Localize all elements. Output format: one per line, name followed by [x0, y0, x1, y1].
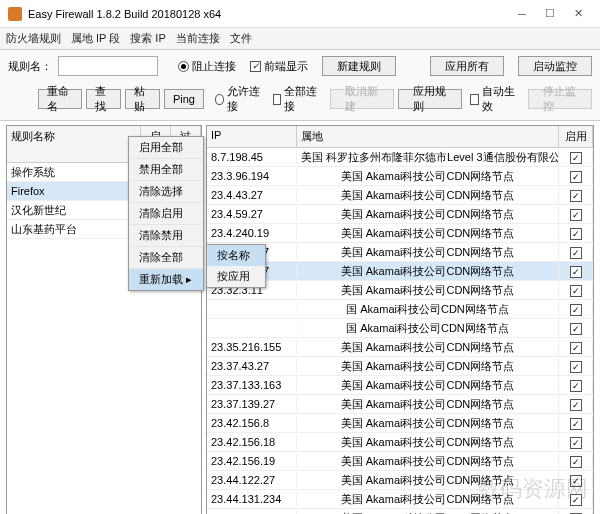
close-button[interactable]: ✕ — [564, 4, 592, 24]
ctx-item[interactable]: 重新加载 ▸ — [129, 269, 203, 290]
col-location[interactable]: 属地 — [297, 126, 559, 147]
ip-cell: 23.44.131.234 — [207, 492, 297, 506]
rename-button[interactable]: 重命名 — [38, 89, 82, 109]
menu-file[interactable]: 文件 — [230, 31, 252, 46]
loc-cell: 美国 Akamai科技公司CDN网络节点 — [297, 510, 559, 515]
ip-enabled-cell[interactable] — [559, 264, 593, 279]
col-rule-name[interactable]: 规则名称 — [7, 126, 141, 162]
ip-enabled-cell[interactable] — [559, 492, 593, 507]
ip-row[interactable]: 23.42.156.8美国 Akamai科技公司CDN网络节点 — [207, 414, 593, 433]
ip-row[interactable]: 23.4.240.19美国 Akamai科技公司CDN网络节点 — [207, 224, 593, 243]
ip-cell: 23.37.43.27 — [207, 359, 297, 373]
ip-enabled-cell[interactable] — [559, 397, 593, 412]
col-ip[interactable]: IP — [207, 126, 297, 147]
ip-row[interactable]: 23.48.208.171美国 Akamai科技公司CDN网络节点 — [207, 509, 593, 514]
ip-enabled-cell[interactable] — [559, 321, 593, 336]
ip-cell: 23.44.122.27 — [207, 473, 297, 487]
loc-cell: 美国 Akamai科技公司CDN网络节点 — [297, 491, 559, 508]
ip-enabled-cell[interactable] — [559, 283, 593, 298]
ip-header: IP 属地 启用 — [207, 126, 593, 148]
loc-cell: 美国 Akamai科技公司CDN网络节点 — [297, 415, 559, 432]
ctx-item[interactable]: 清除启用 — [129, 203, 203, 225]
ip-cell: 23.4.59.27 — [207, 207, 297, 221]
ip-row[interactable]: 23.4.43.27美国 Akamai科技公司CDN网络节点 — [207, 186, 593, 205]
radio-block[interactable]: 阻止连接 — [178, 59, 236, 74]
ip-enabled-cell[interactable] — [559, 454, 593, 469]
loc-cell: 美国 Akamai科技公司CDN网络节点 — [297, 377, 559, 394]
ip-cell: 23.35.216.155 — [207, 340, 297, 354]
menu-search-ip[interactable]: 搜索 IP — [130, 31, 165, 46]
apply-all-button[interactable]: 应用所有 — [430, 56, 504, 76]
submenu-item[interactable]: 按名称 — [207, 245, 265, 266]
rule-name: 操作系统 — [7, 164, 141, 181]
ip-row[interactable]: 23.35.216.155美国 Akamai科技公司CDN网络节点 — [207, 338, 593, 357]
ping-button[interactable]: Ping — [164, 89, 204, 109]
maximize-button[interactable]: ☐ — [536, 4, 564, 24]
ip-row[interactable]: 23.37.139.27美国 Akamai科技公司CDN网络节点 — [207, 395, 593, 414]
ip-cell: 23.37.133.163 — [207, 378, 297, 392]
app-icon — [8, 7, 22, 21]
ip-enabled-cell[interactable] — [559, 435, 593, 450]
ip-row[interactable]: 23.44.122.27美国 Akamai科技公司CDN网络节点 — [207, 471, 593, 490]
ip-enabled-cell[interactable] — [559, 416, 593, 431]
ip-enabled-cell[interactable] — [559, 188, 593, 203]
ip-cell — [207, 308, 297, 310]
ip-enabled-cell[interactable] — [559, 245, 593, 260]
ctx-item[interactable]: 禁用全部 — [129, 159, 203, 181]
ip-enabled-cell[interactable] — [559, 378, 593, 393]
ip-row[interactable]: 23.37.43.27美国 Akamai科技公司CDN网络节点 — [207, 357, 593, 376]
ip-row[interactable]: 国 Akamai科技公司CDN网络节点 — [207, 319, 593, 338]
ip-enabled-cell[interactable] — [559, 169, 593, 184]
menu-ip-region[interactable]: 属地 IP 段 — [71, 31, 120, 46]
ip-enabled-cell[interactable] — [559, 359, 593, 374]
cancel-new-button: 取消新建 — [330, 89, 394, 109]
menu-firewall-rules[interactable]: 防火墙规则 — [6, 31, 61, 46]
ip-row[interactable]: 23.3.96.194美国 Akamai科技公司CDN网络节点 — [207, 167, 593, 186]
col-ip-enabled[interactable]: 启用 — [559, 126, 593, 147]
titlebar: Easy Firewall 1.8.2 Build 20180128 x64 ─… — [0, 0, 600, 28]
check-front-show[interactable]: 前端显示 — [250, 59, 308, 74]
radio-allow[interactable]: 允许连接 — [215, 84, 260, 114]
check-auto-apply[interactable]: 自动生效 — [470, 84, 515, 114]
loc-cell: 美国 Akamai科技公司CDN网络节点 — [297, 244, 559, 261]
submenu[interactable]: 按名称按应用 — [206, 244, 266, 288]
ctx-item[interactable]: 清除全部 — [129, 247, 203, 269]
new-rule-button[interactable]: 新建规则 — [322, 56, 396, 76]
ip-cell: 23.42.156.19 — [207, 454, 297, 468]
loc-cell: 国 Akamai科技公司CDN网络节点 — [297, 301, 559, 318]
ip-row[interactable]: 23.4.59.27美国 Akamai科技公司CDN网络节点 — [207, 205, 593, 224]
ip-enabled-cell[interactable] — [559, 302, 593, 317]
ip-enabled-cell[interactable] — [559, 511, 593, 515]
context-menu[interactable]: 启用全部禁用全部清除选择清除启用清除禁用清除全部重新加载 ▸ — [128, 136, 204, 291]
ip-row[interactable]: 23.42.156.18美国 Akamai科技公司CDN网络节点 — [207, 433, 593, 452]
ip-enabled-cell[interactable] — [559, 226, 593, 241]
ctx-item[interactable]: 启用全部 — [129, 137, 203, 159]
minimize-button[interactable]: ─ — [508, 4, 536, 24]
ip-row[interactable]: 8.7.198.45美国 科罗拉多州布隆菲尔德市Level 3通信股份有限公司 — [207, 148, 593, 167]
ip-cell — [207, 327, 297, 329]
find-button[interactable]: 查找 — [86, 89, 121, 109]
ctx-item[interactable]: 清除禁用 — [129, 225, 203, 247]
start-monitor-button[interactable]: 启动监控 — [518, 56, 592, 76]
ip-cell: 23.42.156.18 — [207, 435, 297, 449]
ip-row[interactable]: 23.37.133.163美国 Akamai科技公司CDN网络节点 — [207, 376, 593, 395]
stop-monitor-button: 停止监控 — [528, 89, 592, 109]
ip-row[interactable]: 23.42.156.19美国 Akamai科技公司CDN网络节点 — [207, 452, 593, 471]
apply-rule-button[interactable]: 应用规则 — [398, 89, 462, 109]
ip-cell: 23.37.139.27 — [207, 397, 297, 411]
ctx-item[interactable]: 清除选择 — [129, 181, 203, 203]
loc-cell: 美国 Akamai科技公司CDN网络节点 — [297, 206, 559, 223]
menu-current-conn[interactable]: 当前连接 — [176, 31, 220, 46]
ip-row[interactable]: 23.44.131.234美国 Akamai科技公司CDN网络节点 — [207, 490, 593, 509]
rule-name-input[interactable] — [58, 56, 158, 76]
ip-cell: 23.42.156.8 — [207, 416, 297, 430]
ip-enabled-cell[interactable] — [559, 340, 593, 355]
ip-row[interactable]: 国 Akamai科技公司CDN网络节点 — [207, 300, 593, 319]
ip-enabled-cell[interactable] — [559, 150, 593, 165]
ip-enabled-cell[interactable] — [559, 207, 593, 222]
check-show-all[interactable]: 全部连接 — [273, 84, 318, 114]
submenu-item[interactable]: 按应用 — [207, 266, 265, 287]
window-title: Easy Firewall 1.8.2 Build 20180128 x64 — [28, 8, 508, 20]
paste-button[interactable]: 粘贴 — [125, 89, 160, 109]
ip-enabled-cell[interactable] — [559, 473, 593, 488]
